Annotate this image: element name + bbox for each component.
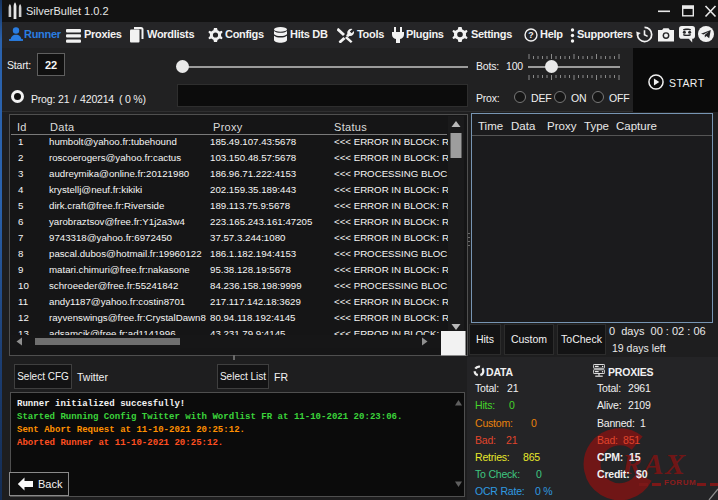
svg-text:?: ? [528, 30, 533, 40]
